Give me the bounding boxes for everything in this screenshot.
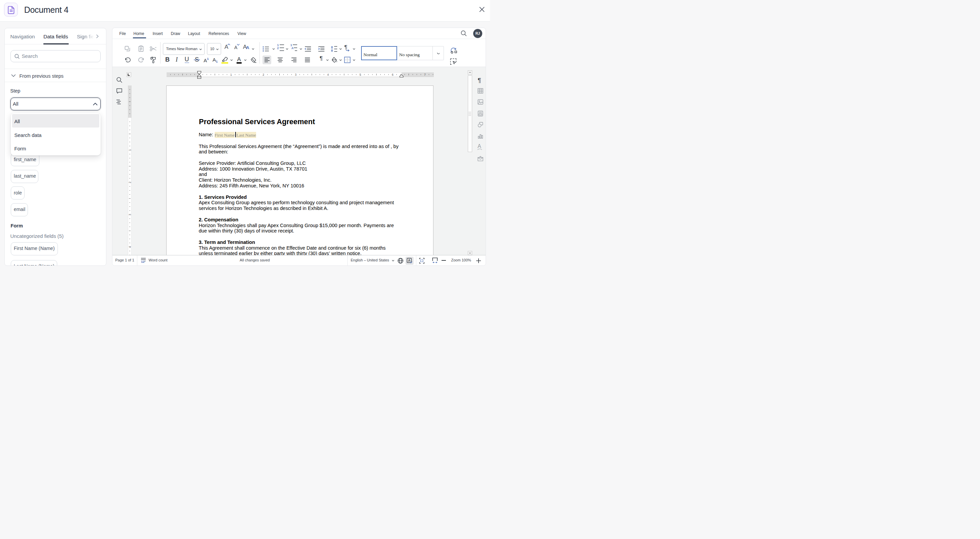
svg-text:5: 5 — [360, 73, 361, 76]
svg-text:2: 2 — [262, 73, 264, 76]
svg-text:4: 4 — [128, 246, 131, 248]
svg-text:6: 6 — [392, 73, 393, 76]
svg-text:1: 1 — [230, 73, 232, 76]
svg-text:1: 1 — [128, 149, 131, 151]
svg-text:2: 2 — [128, 181, 131, 183]
svg-text:4: 4 — [327, 73, 329, 76]
svg-text:A: A — [408, 258, 410, 262]
svg-text:7: 7 — [424, 73, 426, 76]
svg-text:3: 3 — [295, 73, 296, 76]
svg-text:12: 12 — [141, 260, 145, 264]
svg-text:3: 3 — [128, 214, 131, 215]
